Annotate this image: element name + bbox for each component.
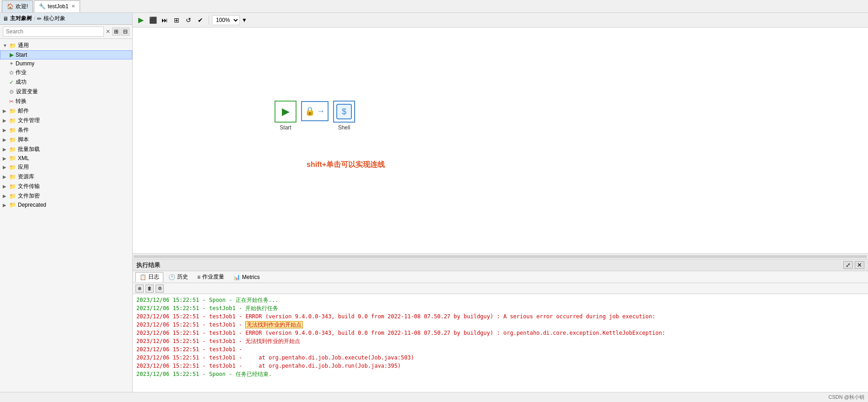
app-container: 🏠 欢迎! 🔧 testJob1 ✕ 🖥 主对象树 / ✏ 核心对象 ✕ [0,0,868,402]
tree-item-batch[interactable]: ▶ 📁 批量加载 [0,145,132,154]
results-close-button[interactable]: ✕ [855,261,864,269]
tree-item-set-var[interactable]: ⚙ 设置变量 [0,87,132,96]
verify-button[interactable]: ✔ [195,15,206,26]
arrow-right-icon: ▶ [3,108,9,113]
preview-button[interactable]: ⊞ [171,15,182,26]
canvas-hscrollbar[interactable] [133,254,868,259]
tree-item-job[interactable]: ✿ 作业 [0,68,132,77]
tab-log[interactable]: 📋 日志 [135,272,163,282]
history-icon: 🕐 [168,274,175,280]
dummy-icon: ✦ [9,60,14,67]
tree-file-transfer-label: 文件传输 [18,182,40,190]
arrow-right-icon-10: ▶ [3,193,9,198]
tab-close-button[interactable]: ✕ [71,4,75,9]
search-input[interactable] [3,27,104,37]
step-button[interactable]: ⏭ [159,15,170,26]
folder-icon-file-encrypt: 📁 [9,193,16,199]
tree-item-success[interactable]: ✓ 成功 [0,77,132,87]
tab-testjob1[interactable]: 🔧 testJob1 ✕ [34,0,80,12]
content-area: ▶ ⬛ ⏭ ⊞ ↺ ✔ 100% 50% 75% 150% 200% ▼ [133,13,868,392]
log-settings-button[interactable]: ⚙ [156,284,164,293]
wf-connector: 🔒 → [301,101,329,130]
tree-item-start[interactable]: ▶ Start [0,50,132,59]
lock-icon: 🔒 [305,106,315,116]
shell-node-box[interactable]: $ [333,101,355,123]
results-expand-button[interactable]: ⤢ [843,261,853,269]
tree-item-xml[interactable]: ▶ 📁 XML [0,154,132,162]
search-clear-button[interactable]: ✕ [106,28,110,35]
shell-node[interactable]: $ Shell [333,101,355,131]
sidebar-core-objects-tab[interactable]: 核心对象 [43,15,65,22]
tab-history-label: 历史 [177,273,188,281]
tree-condition-label: 条件 [18,126,29,134]
tab-metrics[interactable]: 📊 Metrics [229,272,264,282]
arrow-right-icon-11: ▶ [3,203,9,208]
folder-icon-app: 📁 [9,164,16,171]
tree-item-file-transfer[interactable]: ▶ 📁 文件传输 [0,182,132,191]
folder-icon-script: 📁 [9,137,16,143]
replay-button[interactable]: ↺ [183,15,194,26]
log-pause-button[interactable]: ⊗ [135,284,144,293]
arrow-right-icon-4: ▶ [3,137,9,142]
svg-text:$: $ [342,107,346,116]
sidebar-main-objects-tab[interactable]: 主对象树 [10,15,32,22]
tree-item-resource[interactable]: ▶ 📁 资源库 [0,172,132,182]
tree-item-deprecated[interactable]: ▶ 📁 Deprecated [0,201,132,209]
run-button[interactable]: ▶ [135,15,146,26]
tree-item-general[interactable]: ▼ 📁 通用 [0,41,132,50]
tree-start-label: Start [16,52,27,58]
tree-item-app[interactable]: ▶ 📁 应用 [0,162,132,172]
tab-history[interactable]: 🕐 历史 [164,272,192,282]
arrow-right-icon-3: ▶ [3,128,9,133]
arrow-right-icon-8: ▶ [3,174,9,179]
canvas[interactable]: ▶ Start 🔒 → [133,27,868,254]
workflow-area: ▶ Start 🔒 → [270,101,360,131]
play-icon: ▶ [10,52,14,58]
tab-welcome[interactable]: 🏠 欢迎! [2,0,33,12]
metrics-icon: 📊 [233,274,240,280]
folder-icon-resource: 📁 [9,174,16,180]
arrow-down-icon: ▼ [3,43,9,48]
start-node-label: Start [280,124,291,131]
log-line: 2023/12/06 15:22:51 - Spoon - 任务已经结束. [136,370,864,378]
log-icon: 📋 [140,274,146,280]
tree-batch-label: 批量加载 [18,145,40,153]
expand-icon[interactable]: ⊞ [112,27,120,36]
stop-button[interactable]: ⬛ [147,15,158,26]
tab-job-metrics[interactable]: ≡ 作业度量 [193,272,228,282]
tree-item-condition[interactable]: ▶ 📁 条件 [0,125,132,135]
arrow-right-icon-7: ▶ [3,165,9,170]
tree-dummy-label: Dummy [16,60,34,67]
results-tabs: 📋 日志 🕐 历史 ≡ 作业度量 📊 Metrics [133,271,868,283]
testjob-icon: 🔧 [39,3,46,10]
start-node[interactable]: ▶ Start [275,101,297,131]
hscroll-track[interactable] [134,255,867,258]
log-clear-button[interactable]: 🗑 [146,284,154,293]
tab-log-label: 日志 [148,273,159,281]
header-separator: / [34,16,35,22]
status-bar: CSDN @秋小钥 [0,392,868,402]
collapse-icon[interactable]: ⊟ [121,27,129,36]
sidebar-tree: ▼ 📁 通用 ▶ Start ✦ Dummy ✿ 作业 [0,39,132,392]
tree-transform-label: 转换 [16,97,27,105]
tree-app-label: 应用 [18,163,29,171]
folder-icon-mail: 📁 [9,108,16,114]
zoom-select[interactable]: 100% 50% 75% 150% 200% [212,15,240,25]
tab-welcome-label: 欢迎! [16,3,28,11]
start-node-box[interactable]: ▶ [275,101,297,123]
tree-item-transform[interactable]: ✂ 转换 [0,96,132,106]
zoom-dropdown-icon[interactable]: ▼ [242,17,247,23]
folder-icon-deprecated: 📁 [9,202,16,208]
transform-icon: ✂ [9,98,14,105]
tree-item-script[interactable]: ▶ 📁 脚本 [0,135,132,145]
success-icon: ✓ [9,79,14,86]
tree-item-mail[interactable]: ▶ 📁 邮件 [0,106,132,116]
tree-item-dummy[interactable]: ✦ Dummy [0,59,132,68]
tab-testjob1-label: testJob1 [48,3,68,10]
tree-item-file-encrypt[interactable]: ▶ 📁 文件加密 [0,191,132,201]
tree-item-file-mgmt[interactable]: ▶ 📁 文件管理 [0,116,132,125]
folder-icon-batch: 📁 [9,146,16,153]
log-line: 2023/12/06 15:22:51 - testJob1 - ERROR (… [136,329,864,337]
folder-icon-xml: 📁 [9,155,16,161]
folder-icon-file-transfer: 📁 [9,183,16,190]
